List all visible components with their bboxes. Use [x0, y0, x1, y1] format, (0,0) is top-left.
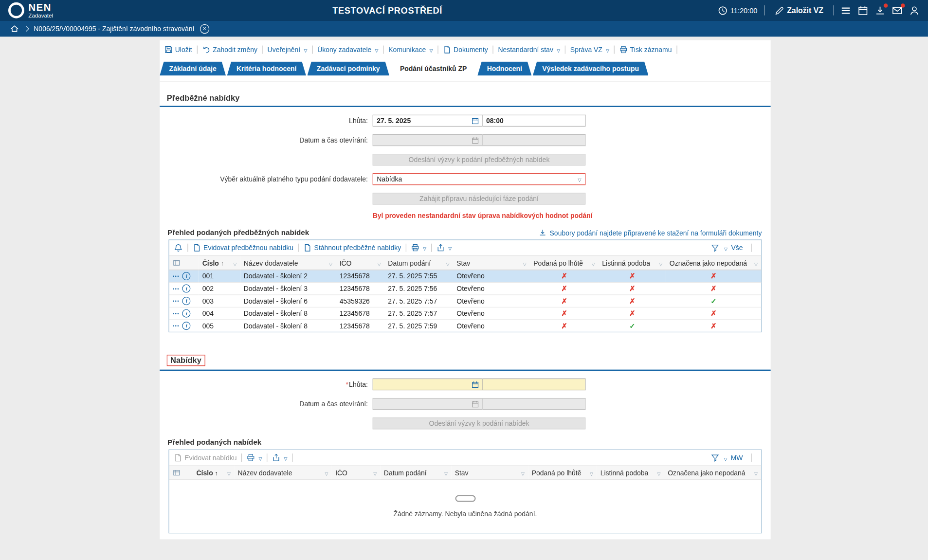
- column-datum-podani[interactable]: Datum podání: [381, 466, 452, 480]
- column-filter-icon[interactable]: [372, 469, 377, 476]
- tab-kriteria-hodnoceni[interactable]: Kritéria hodnocení: [227, 61, 306, 75]
- row-menu-button[interactable]: [173, 298, 180, 304]
- column-filter-icon[interactable]: [231, 259, 237, 267]
- discard-changes-button[interactable]: Zahodit změny: [202, 46, 257, 54]
- column-podana-po-lhute[interactable]: Podaná po lhůtě: [530, 256, 599, 270]
- filter-button[interactable]: [711, 453, 719, 462]
- column-nazev-dodavatele[interactable]: Název dodavatele: [240, 256, 336, 270]
- send-offers-call-button[interactable]: Odeslání výzvy k podání nabídek: [373, 417, 586, 429]
- row-menu-button[interactable]: [173, 286, 180, 291]
- row-menu-button[interactable]: [173, 311, 180, 316]
- column-filter-icon[interactable]: [657, 259, 663, 267]
- column-settings-header[interactable]: [169, 256, 199, 270]
- column-filter-icon[interactable]: [323, 469, 328, 476]
- download-prelim-bids-button[interactable]: Stáhnout předběžné nabídky: [304, 244, 401, 252]
- column-listinna-podoba[interactable]: Listinná podoba: [597, 466, 664, 480]
- start-next-phase-button[interactable]: Zahájit přípravu následující fáze podání: [373, 193, 586, 204]
- row-menu-button[interactable]: [173, 323, 180, 328]
- messages-button[interactable]: [892, 5, 903, 16]
- table-row[interactable]: 005Dodavatel - školení 81234567827. 5. 2…: [169, 320, 762, 332]
- column-cislo[interactable]: Číslo: [199, 256, 240, 270]
- column-ico[interactable]: IČO: [332, 466, 381, 480]
- info-icon[interactable]: [182, 309, 191, 318]
- tab-podani-ucastniku-zp[interactable]: Podání účastníků ZP: [390, 61, 476, 75]
- column-cislo[interactable]: Číslo: [193, 466, 234, 480]
- export-table-button[interactable]: [272, 453, 287, 462]
- environment-title: TESTOVACÍ PROSTŘEDÍ: [332, 5, 442, 16]
- info-icon[interactable]: [182, 272, 191, 280]
- info-icon[interactable]: [182, 297, 191, 305]
- column-filter-icon[interactable]: [752, 259, 758, 267]
- column-filter-icon[interactable]: [752, 469, 758, 476]
- offers-deadline-date-input[interactable]: [373, 379, 483, 390]
- register-offer-button[interactable]: Evidovat nabídku: [174, 453, 237, 462]
- offers-deadline-time-input[interactable]: [483, 379, 585, 390]
- tab-zadavaci-podminky[interactable]: Zadávací podmínky: [307, 61, 389, 75]
- tab-vysledek-zadavaciho-postupu[interactable]: Výsledek zadávacího postupu: [533, 61, 649, 75]
- column-filter-icon[interactable]: [327, 259, 332, 267]
- tab-hodnoceni[interactable]: Hodnocení: [477, 61, 531, 75]
- vz-administration-menu-button[interactable]: Správa VZ: [570, 46, 609, 54]
- table-row[interactable]: 004Dodavatel - školení 81234567827. 5. 2…: [169, 307, 762, 320]
- table-row[interactable]: 002Dodavatel - školení 31234567827. 5. 2…: [169, 282, 762, 295]
- submission-files-link[interactable]: Soubory podání najdete připravené ke sta…: [539, 229, 762, 236]
- view-selector[interactable]: MW: [731, 454, 743, 461]
- close-record-button[interactable]: [200, 24, 209, 33]
- calendar-icon[interactable]: [472, 117, 479, 125]
- column-stav[interactable]: Stav: [453, 256, 530, 270]
- table-row[interactable]: 003Dodavatel - školení 64535932627. 5. 2…: [169, 295, 762, 307]
- column-ico[interactable]: IČO: [336, 256, 384, 270]
- breadcrumb-item[interactable]: N006/25/V00004995 - Zajištění závodního …: [34, 25, 194, 33]
- watchdog-bell-button[interactable]: [174, 243, 182, 252]
- user-button[interactable]: [909, 5, 920, 16]
- print-record-button[interactable]: Tisk záznamu: [619, 46, 672, 54]
- view-selector[interactable]: Vše: [731, 244, 743, 252]
- column-filter-icon[interactable]: [444, 259, 450, 267]
- submission-type-select[interactable]: Nabídka: [373, 173, 586, 185]
- info-icon[interactable]: [182, 322, 191, 330]
- table-row[interactable]: 001Dodavatel - školení 21234567827. 5. 2…: [169, 270, 762, 283]
- communication-menu-button[interactable]: Komunikace: [388, 46, 433, 54]
- column-settings-header[interactable]: [169, 466, 193, 480]
- column-datum-podani[interactable]: Datum podání: [384, 256, 453, 270]
- menu-button[interactable]: [840, 5, 851, 16]
- offers-grid-toolbar: Evidovat nabídku MW: [169, 450, 762, 466]
- row-menu-button[interactable]: [173, 273, 180, 279]
- create-vz-button[interactable]: Založit VZ: [771, 5, 827, 16]
- app-logo[interactable]: NEN Zadavatel: [0, 2, 53, 18]
- save-button[interactable]: Uložit: [164, 46, 192, 54]
- print-table-button[interactable]: [411, 244, 426, 252]
- print-table-button[interactable]: [247, 453, 262, 462]
- column-filter-icon[interactable]: [519, 469, 525, 476]
- export-table-button[interactable]: [437, 244, 452, 252]
- calendar-icon[interactable]: [472, 380, 479, 388]
- bell-icon: [174, 243, 182, 252]
- filter-button[interactable]: [711, 244, 719, 252]
- column-filter-icon[interactable]: [442, 469, 448, 476]
- nonstandard-state-menu-button[interactable]: Nestandardní stav: [498, 46, 560, 54]
- send-prelim-call-button[interactable]: Odeslání výzvy k podání předběžných nabí…: [373, 154, 586, 165]
- column-filter-icon[interactable]: [588, 469, 593, 476]
- column-filter-icon[interactable]: [376, 259, 381, 267]
- calendar-button[interactable]: [857, 5, 868, 16]
- column-podana-po-lhute[interactable]: Podaná po lhůtě: [528, 466, 597, 480]
- column-nazev-dodavatele[interactable]: Název dodavatele: [234, 466, 332, 480]
- column-oznacena-jako-nepodana[interactable]: Označena jako nepodaná: [666, 256, 762, 270]
- column-filter-icon[interactable]: [590, 259, 595, 267]
- home-button[interactable]: [10, 24, 19, 33]
- column-listinna-podoba[interactable]: Listinná podoba: [599, 256, 666, 270]
- column-filter-icon[interactable]: [655, 469, 661, 476]
- column-filter-icon[interactable]: [521, 259, 527, 267]
- downloads-button[interactable]: [875, 5, 886, 16]
- contracting-actions-menu-button[interactable]: Úkony zadavatele: [317, 46, 378, 54]
- column-stav[interactable]: Stav: [451, 466, 528, 480]
- register-prelim-bid-button[interactable]: Evidovat předběžnou nabídku: [193, 244, 293, 252]
- info-icon[interactable]: [182, 285, 191, 293]
- prelim-deadline-date-input[interactable]: 27. 5. 2025: [373, 115, 483, 126]
- publication-menu-button[interactable]: Uveřejnění: [268, 46, 308, 54]
- tab-zakladni-udaje[interactable]: Základní údaje: [160, 61, 226, 75]
- column-oznacena-jako-nepodana[interactable]: Označena jako nepodaná: [664, 466, 761, 480]
- prelim-deadline-time-input[interactable]: 08:00: [483, 115, 585, 126]
- documents-button[interactable]: Dokumenty: [443, 46, 488, 54]
- column-filter-icon[interactable]: [225, 469, 231, 476]
